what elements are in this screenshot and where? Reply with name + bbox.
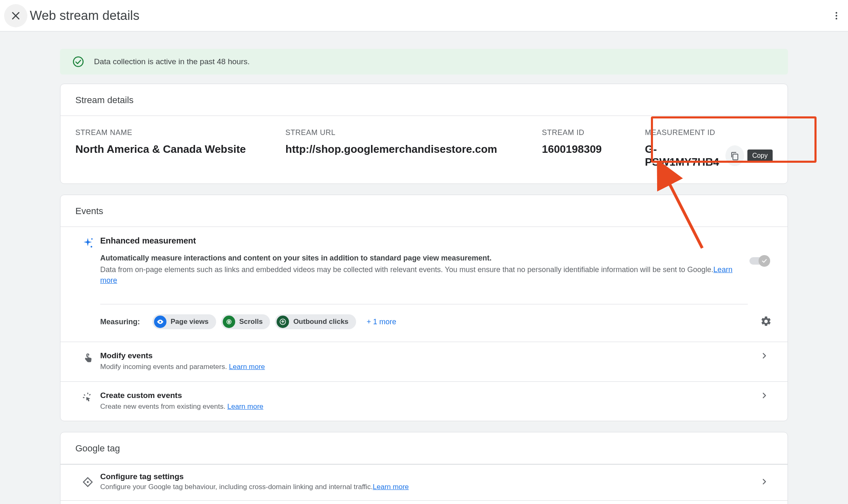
- events-card: Events Enhanced measurement Automaticall…: [60, 195, 788, 421]
- stream-details-heading: Stream details: [60, 84, 788, 116]
- svg-point-1: [836, 15, 837, 17]
- measuring-row: Measuring: Page views Scrolls Outbound c…: [60, 304, 788, 342]
- chip-scrolls: Scrolls: [221, 314, 270, 329]
- create-events-title: Create custom events: [100, 391, 756, 400]
- stream-name-label: STREAM NAME: [75, 128, 285, 137]
- copy-tooltip: Copy: [747, 150, 773, 162]
- tag-icon: [82, 476, 94, 488]
- enhanced-measurement-desc-text: Data from on-page elements such as links…: [100, 265, 713, 274]
- status-banner: Data collection is active in the past 48…: [60, 49, 788, 75]
- stream-url-label: STREAM URL: [285, 128, 542, 137]
- chip-outbound-label: Outbound clicks: [293, 318, 348, 326]
- page-title: Web stream details: [30, 8, 140, 23]
- topbar: Web stream details: [0, 0, 848, 31]
- more-menu-button[interactable]: [829, 8, 844, 23]
- chip-page-views-label: Page views: [171, 318, 209, 326]
- svg-point-6: [91, 238, 93, 240]
- close-icon: [10, 10, 21, 21]
- manage-connected-tags-row[interactable]: Manage connected site tags Load tags for…: [60, 500, 788, 504]
- chip-page-views: Page views: [152, 314, 216, 329]
- chip-scrolls-label: Scrolls: [239, 318, 263, 326]
- close-button[interactable]: [4, 4, 27, 27]
- kebab-icon: [831, 11, 841, 21]
- check-icon: [761, 258, 768, 264]
- stream-name-value: North America & Canada Website: [75, 143, 285, 156]
- touch-icon: [82, 352, 94, 364]
- enhanced-measurement-desc-bold: Automatically measure interactions and c…: [100, 254, 749, 263]
- stream-details-row: STREAM NAME North America & Canada Websi…: [60, 116, 788, 183]
- stream-details-card: Stream details STREAM NAME North America…: [60, 84, 788, 184]
- google-tag-heading: Google tag: [60, 432, 788, 464]
- svg-point-2: [836, 18, 837, 19]
- configure-tag-desc: Configure your Google tag behaviour, inc…: [100, 483, 756, 491]
- modify-events-desc: Modify incoming events and parameters. L…: [100, 362, 756, 372]
- chevron-right-icon: [756, 351, 773, 360]
- enhanced-measurement-section: Enhanced measurement Automatically measu…: [60, 227, 788, 297]
- enhanced-measurement-title: Enhanced measurement: [100, 236, 749, 246]
- enhanced-measurement-desc: Data from on-page elements such as links…: [100, 264, 749, 286]
- svg-point-7: [91, 246, 92, 248]
- measuring-label: Measuring:: [100, 318, 140, 326]
- outbound-icon: [279, 318, 287, 326]
- svg-point-8: [159, 321, 161, 323]
- chevron-right-icon: [756, 391, 773, 400]
- svg-rect-4: [733, 154, 738, 160]
- chip-outbound-clicks: Outbound clicks: [275, 314, 356, 329]
- measurement-id-label: MEASUREMENT ID: [645, 128, 773, 137]
- measurement-id-col: MEASUREMENT ID G-PSW1MY7HB4 Copy: [645, 128, 773, 169]
- modify-events-row[interactable]: Modify events Modify incoming events and…: [60, 342, 788, 381]
- scroll-icon: [225, 318, 233, 326]
- create-custom-events-row[interactable]: Create custom events Create new events f…: [60, 381, 788, 421]
- stream-url-col: STREAM URL http://shop.googlemerchandise…: [285, 128, 542, 156]
- chevron-right-icon: [756, 477, 773, 486]
- stream-id-col: STREAM ID 1600198309: [542, 128, 645, 156]
- svg-point-11: [87, 481, 89, 483]
- cursor-click-icon: [82, 392, 94, 403]
- modify-events-learn-more[interactable]: Learn more: [229, 363, 265, 371]
- enhanced-measurement-toggle[interactable]: [749, 254, 773, 268]
- banner-text: Data collection is active in the past 48…: [94, 57, 250, 66]
- measuring-more-link[interactable]: + 1 more: [367, 318, 397, 326]
- configure-tag-settings-row[interactable]: Configure tag settings Configure your Go…: [60, 464, 788, 500]
- stream-name-col: STREAM NAME North America & Canada Websi…: [75, 128, 285, 156]
- configure-tag-title: Configure tag settings: [100, 472, 756, 481]
- copy-measurement-id-button[interactable]: [725, 145, 744, 166]
- svg-point-0: [836, 12, 837, 14]
- page-body: Data collection is active in the past 48…: [0, 31, 848, 504]
- configure-tag-learn-more[interactable]: Learn more: [373, 483, 409, 491]
- events-heading: Events: [60, 195, 788, 227]
- eye-icon: [157, 318, 164, 326]
- svg-point-3: [73, 57, 83, 66]
- sparkle-icon: [82, 237, 94, 249]
- create-events-desc: Create new events from existing events. …: [100, 402, 756, 412]
- modify-events-title: Modify events: [100, 351, 756, 360]
- gear-icon: [760, 316, 772, 327]
- stream-url-value: http://shop.googlemerchandisestore.com: [285, 143, 542, 156]
- stream-id-label: STREAM ID: [542, 128, 645, 137]
- stream-id-value: 1600198309: [542, 143, 645, 156]
- create-events-learn-more[interactable]: Learn more: [227, 403, 263, 410]
- measurement-id-value: G-PSW1MY7HB4: [645, 143, 721, 169]
- google-tag-card: Google tag Configure tag settings Config…: [60, 432, 788, 504]
- check-circle-icon: [72, 56, 84, 68]
- copy-icon: [730, 151, 740, 161]
- measuring-settings-button[interactable]: [760, 316, 773, 328]
